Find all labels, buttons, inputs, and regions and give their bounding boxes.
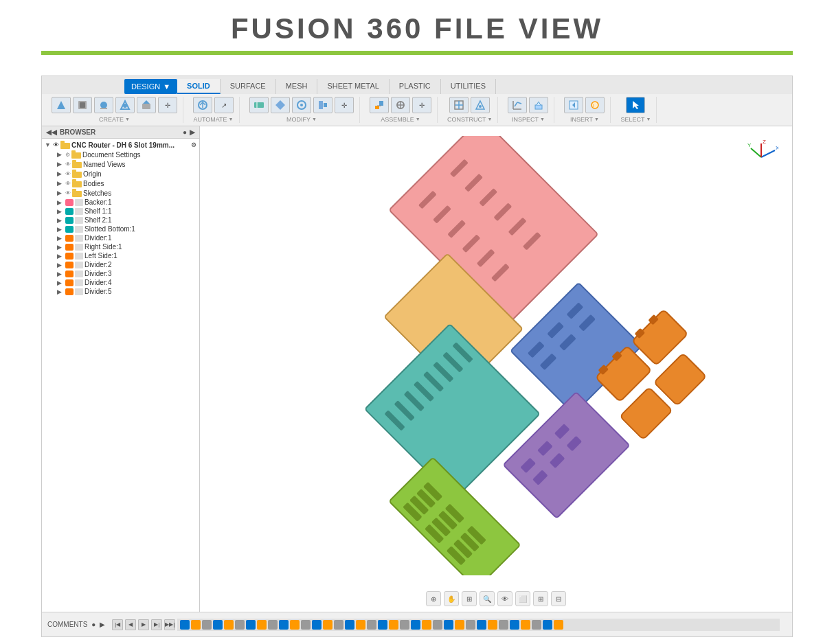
tl-marker-30[interactable] <box>499 620 508 630</box>
modify-icon-2[interactable] <box>271 97 290 113</box>
tree-item-backer1[interactable]: ▶ Backer:1 <box>42 198 199 207</box>
tl-marker-25[interactable] <box>444 620 453 630</box>
inspect-icon-1[interactable] <box>508 97 527 113</box>
bodies-eye[interactable]: 👁 <box>65 181 71 187</box>
bodies-expand[interactable]: ▶ <box>57 180 64 187</box>
automate-dropdown[interactable]: ▼ <box>229 117 234 122</box>
timeline-bar[interactable] <box>177 619 780 631</box>
construct-icon-2[interactable] <box>471 97 490 113</box>
construct-icon-1[interactable] <box>449 97 469 113</box>
tree-item-divider2[interactable]: ▶ Divider:2 <box>42 260 199 269</box>
nav-zoom[interactable]: 🔍 <box>480 591 495 606</box>
modify-icon-1[interactable] <box>249 97 269 113</box>
tree-item-slotted-bottom[interactable]: ▶ Slotted Bottom:1 <box>42 225 199 233</box>
sketches-eye[interactable]: 👁 <box>65 190 71 196</box>
modify-icon-5[interactable]: ✛ <box>335 97 354 113</box>
tree-item-origin[interactable]: ▶ 👁 Origin <box>42 169 199 179</box>
tl-marker-14[interactable] <box>323 620 333 630</box>
assemble-icon-3[interactable]: ✛ <box>412 97 431 113</box>
tl-marker-7[interactable] <box>246 620 256 630</box>
right-side-expand[interactable]: ▶ <box>57 244 64 251</box>
doc-settings-eye[interactable]: ⚙ <box>65 152 70 158</box>
tree-item-named-views[interactable]: ▶ 👁 Named Views <box>42 159 199 169</box>
tree-root-item[interactable]: ▼ 👁 CNC Router - DH 6 Slot 19mm... ⚙ <box>42 140 199 150</box>
tree-item-divider4[interactable]: ▶ Divider:4 <box>42 278 199 287</box>
tl-marker-4[interactable] <box>213 620 223 630</box>
tl-marker-9[interactable] <box>268 620 278 630</box>
tl-marker-11[interactable] <box>290 620 300 630</box>
create-icon-6[interactable]: ✛ <box>158 97 177 113</box>
tl-marker-16[interactable] <box>345 620 354 630</box>
create-icon-3[interactable] <box>94 97 113 113</box>
shelf2-eye[interactable] <box>65 217 74 224</box>
tree-root-expand[interactable]: ▼ <box>45 141 52 148</box>
create-icon-1[interactable] <box>52 97 71 113</box>
tl-marker-1[interactable] <box>180 620 190 630</box>
nav-display3[interactable]: ⊟ <box>551 591 566 606</box>
tree-root-settings[interactable]: ⚙ <box>191 141 196 148</box>
tl-marker-5[interactable] <box>224 620 234 630</box>
divider5-eye[interactable] <box>65 288 74 295</box>
create-icon-4[interactable] <box>115 97 135 113</box>
tl-start[interactable]: |◀ <box>112 619 123 630</box>
comments-dot[interactable]: ● <box>91 621 95 628</box>
backer1-expand[interactable]: ▶ <box>57 199 64 206</box>
browser-dot-icon[interactable]: ● <box>183 128 187 136</box>
select-icon-1[interactable] <box>626 97 645 113</box>
shelf1-eye[interactable] <box>65 208 74 215</box>
assemble-icon-2[interactable] <box>391 97 410 113</box>
tl-marker-28[interactable] <box>477 620 486 630</box>
tl-marker-22[interactable] <box>411 620 420 630</box>
tree-item-shelf2[interactable]: ▶ Shelf 2:1 <box>42 216 199 225</box>
create-icon-5[interactable] <box>137 97 156 113</box>
origin-eye[interactable]: 👁 <box>65 171 71 177</box>
tl-marker-26[interactable] <box>455 620 464 630</box>
tl-marker-29[interactable] <box>488 620 497 630</box>
insert-icon-1[interactable] <box>564 97 583 113</box>
inspect-dropdown[interactable]: ▼ <box>540 117 545 122</box>
automate-icon-1[interactable] <box>193 97 212 113</box>
named-views-expand[interactable]: ▶ <box>57 161 64 168</box>
tree-item-sketches[interactable]: ▶ 👁 Sketches <box>42 188 199 198</box>
tree-item-left-side[interactable]: ▶ Left Side:1 <box>42 251 199 260</box>
tl-marker-13[interactable] <box>312 620 322 630</box>
tree-root-eye[interactable]: 👁 <box>53 141 59 148</box>
tl-marker-20[interactable] <box>389 620 398 630</box>
tab-plastic[interactable]: PLASTIC <box>390 79 441 94</box>
tl-prev[interactable]: ◀ <box>125 619 136 630</box>
divider3-expand[interactable]: ▶ <box>57 271 64 277</box>
left-side-eye[interactable] <box>65 253 74 260</box>
nav-orbit[interactable]: ⊕ <box>426 591 441 606</box>
tl-marker-23[interactable] <box>422 620 431 630</box>
tab-sheet-metal[interactable]: SHEET METAL <box>317 79 389 94</box>
tl-marker-17[interactable] <box>356 620 365 630</box>
tl-marker-12[interactable] <box>301 620 311 630</box>
viewport[interactable]: X Y Z ⊕ ✋ ⊞ 🔍 👁 ⬜ ⊞ ⊟ <box>200 126 792 612</box>
tl-marker-8[interactable] <box>257 620 267 630</box>
shelf2-expand[interactable]: ▶ <box>57 217 64 224</box>
shelf1-expand[interactable]: ▶ <box>57 208 64 215</box>
divider4-eye[interactable] <box>65 279 74 286</box>
tree-item-right-side[interactable]: ▶ Right Side:1 <box>42 242 199 251</box>
right-side-eye[interactable] <box>65 244 74 251</box>
modify-dropdown[interactable]: ▼ <box>312 117 317 122</box>
modify-icon-3[interactable] <box>292 97 311 113</box>
backer1-eye[interactable] <box>65 199 74 206</box>
tl-next[interactable]: ▶| <box>151 619 162 630</box>
tl-marker-10[interactable] <box>279 620 289 630</box>
tab-solid[interactable]: SOLID <box>177 79 221 94</box>
tl-marker-31[interactable] <box>510 620 519 630</box>
tl-marker-19[interactable] <box>378 620 387 630</box>
tl-marker-21[interactable] <box>400 620 409 630</box>
assemble-dropdown[interactable]: ▼ <box>416 117 420 122</box>
nav-display2[interactable]: ⊞ <box>533 591 548 606</box>
automate-icon-2[interactable]: ↗ <box>214 97 234 113</box>
divider5-expand[interactable]: ▶ <box>57 288 64 295</box>
slotted-expand[interactable]: ▶ <box>57 226 64 233</box>
comments-expand[interactable]: ▶ <box>100 621 105 628</box>
tl-marker-3[interactable] <box>202 620 212 630</box>
tl-play[interactable]: ▶ <box>138 619 149 630</box>
assemble-icon-1[interactable] <box>370 97 389 113</box>
tree-item-divider1[interactable]: ▶ Divider:1 <box>42 233 199 242</box>
tree-item-bodies[interactable]: ▶ 👁 Bodies <box>42 179 199 188</box>
